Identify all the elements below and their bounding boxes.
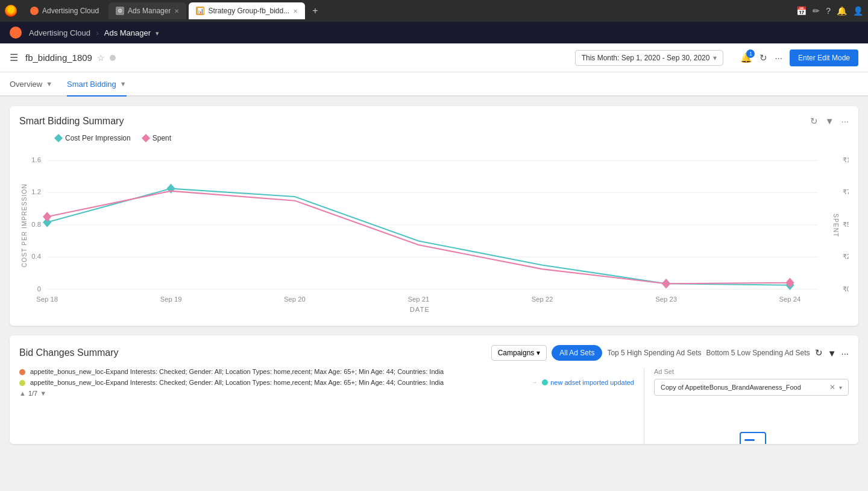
svg-text:₹0: ₹0 <box>843 285 849 293</box>
tab-advertising-cloud[interactable]: Advertising Cloud <box>23 2 106 19</box>
bid-row-2: appetite_bonus_new_loc-Expand Interests:… <box>19 379 634 386</box>
profile-icon[interactable]: 👤 <box>853 6 863 16</box>
prev-page-button[interactable]: ▲ <box>19 390 26 397</box>
browser-logo <box>5 5 17 17</box>
tab-strategy-group[interactable]: 📊 Strategy Group-fb_bidd... ✕ <box>189 2 305 19</box>
svg-text:Sep 23: Sep 23 <box>655 296 677 303</box>
bid-right-panel: Ad Set Copy of AppetiteBonus_BrandAwaren… <box>644 368 849 444</box>
more-options-button[interactable]: ··· <box>775 52 782 63</box>
ad-set-selected-text: Copy of AppetiteBonus_BrandAwareness_Foo… <box>661 384 829 391</box>
card-more-icon[interactable]: ··· <box>841 116 849 127</box>
legend-cpi: Cost Per Impression <box>55 134 131 142</box>
legend-spent-label: Spent <box>153 134 171 142</box>
svg-text:1.6: 1.6 <box>31 156 41 163</box>
help-icon[interactable]: ? <box>826 6 831 16</box>
tab-overview-label: Overview <box>10 80 42 89</box>
toolbar-actions: 🔔 1 ↻ ··· Enter Edit Mode <box>740 49 858 66</box>
date-picker-label: This Month: Sep 1, 2020 - Sep 30, 2020 <box>582 54 710 62</box>
ads-manager-icon: ⚙ <box>116 7 124 15</box>
new-tab-button[interactable]: + <box>307 5 322 16</box>
bid-left-panel: appetite_bonus_new_loc-Expand Interests:… <box>19 368 634 444</box>
page-title-container: fb_bidding_1809 ☆ <box>25 52 568 63</box>
star-icon[interactable]: ☆ <box>97 53 105 63</box>
legend-spent: Spent <box>143 134 171 142</box>
smart-bidding-filter-icon[interactable]: ▼ <box>120 80 127 87</box>
bell-icon-container[interactable]: 🔔 1 <box>740 52 752 63</box>
hamburger-menu[interactable]: ☰ <box>10 52 18 63</box>
next-page-button[interactable]: ▼ <box>40 390 46 397</box>
date-picker[interactable]: This Month: Sep 1, 2020 - Sep 30, 2020 ▾ <box>575 50 724 66</box>
refresh-button[interactable]: ↻ <box>760 52 767 63</box>
notification-badge: 1 <box>746 49 755 58</box>
campaigns-dropdown[interactable]: Campaigns ▾ <box>491 345 547 361</box>
top5-btn[interactable]: Top 5 High Spending Ad Sets <box>607 349 701 357</box>
bid-row-1-icon <box>19 369 25 375</box>
svg-text:1.2: 1.2 <box>31 188 41 195</box>
tab-strategy-group-label: Strategy Group-fb_bidd... <box>208 7 289 15</box>
bid-filter-icon[interactable]: ▼ <box>828 348 837 358</box>
chart-svg: 1.6 1.2 0.8 0.4 0 COST PER IMPRESSION ₹1… <box>19 147 849 316</box>
card-filter-icon[interactable]: ▼ <box>825 116 834 127</box>
bid-row-2-icon <box>19 380 25 386</box>
ad-set-label: Ad Set <box>654 368 849 375</box>
card-refresh-icon[interactable]: ↻ <box>810 116 818 127</box>
bid-row-2-new-icon <box>542 379 548 385</box>
date-picker-arrow-icon: ▾ <box>713 54 717 62</box>
pencil-icon[interactable]: ✏ <box>813 6 820 16</box>
svg-text:₹7,500: ₹7,500 <box>843 188 849 195</box>
bid-row-2-arrow: → <box>531 379 537 385</box>
bid-main-content: appetite_bonus_new_loc-Expand Interests:… <box>19 368 849 444</box>
page-title-text: fb_bidding_1809 <box>25 52 92 63</box>
page-info: 1/7 <box>28 390 37 397</box>
bid-more-icon[interactable]: ··· <box>841 348 849 358</box>
ad-set-chevron-icon[interactable]: ▾ <box>839 384 842 391</box>
bid-row-2-text: appetite_bonus_new_loc-Expand Interests:… <box>30 379 526 386</box>
ad-set-clear-icon[interactable]: ✕ <box>829 383 835 391</box>
tab-smart-bidding[interactable]: Smart Bidding ▼ <box>67 72 127 97</box>
ad-set-selector[interactable]: Copy of AppetiteBonus_BrandAwareness_Foo… <box>654 379 849 396</box>
svg-text:Sep 22: Sep 22 <box>532 296 553 303</box>
bid-header-actions: Campaigns ▾ All Ad Sets Top 5 High Spend… <box>491 345 849 361</box>
svg-text:SPENT: SPENT <box>832 214 839 237</box>
app-title-sep: › <box>96 28 99 37</box>
svg-text:₹5,000: ₹5,000 <box>843 221 849 228</box>
main-toolbar: ☰ fb_bidding_1809 ☆ This Month: Sep 1, 2… <box>0 43 868 72</box>
tab-strategy-group-close[interactable]: ✕ <box>293 8 298 14</box>
card-header: Smart Bidding Summary ↻ ▼ ··· <box>19 116 849 127</box>
browser-bar: Advertising Cloud ⚙ Ads Manager ✕ 📊 Stra… <box>0 0 868 22</box>
svg-text:0.4: 0.4 <box>31 253 41 260</box>
svg-marker-30 <box>662 279 670 288</box>
svg-text:Sep 21: Sep 21 <box>407 296 429 303</box>
all-ad-sets-btn[interactable]: All Ad Sets <box>552 345 602 361</box>
tab-ads-manager-close[interactable]: ✕ <box>174 8 179 14</box>
status-dot <box>110 55 116 61</box>
navigation-tabs: Overview ▼ Smart Bidding ▼ <box>0 72 868 97</box>
card-actions: ↻ ▼ ··· <box>810 116 849 127</box>
campaigns-label: Campaigns <box>498 349 535 357</box>
overview-filter-icon[interactable]: ▼ <box>46 80 52 87</box>
svg-text:Sep 24: Sep 24 <box>779 296 801 303</box>
svg-text:COST PER IMPRESSION: COST PER IMPRESSION <box>21 183 28 267</box>
bottom5-btn[interactable]: Bottom 5 Low Spending Ad Sets <box>706 349 810 357</box>
svg-marker-29 <box>43 212 51 221</box>
bid-refresh-icon[interactable]: ↻ <box>815 347 823 358</box>
bid-row-2-new-text: new adset imported updated <box>550 379 634 386</box>
tab-overview[interactable]: Overview ▼ <box>10 72 52 97</box>
pagination: ▲ 1/7 ▼ <box>19 390 634 397</box>
svg-text:Sep 20: Sep 20 <box>284 296 306 303</box>
legend-spent-icon <box>142 134 150 142</box>
svg-text:₹2,500: ₹2,500 <box>843 253 849 260</box>
campaigns-arrow: ▾ <box>536 349 540 357</box>
bid-card-header: Bid Changes Summary Campaigns ▾ All Ad S… <box>19 345 849 361</box>
advertising-cloud-title: Advertising Cloud › Ads Manager ▾ <box>29 28 159 37</box>
strategy-group-icon: 📊 <box>196 7 204 15</box>
svg-text:₹10,000: ₹10,000 <box>843 156 849 163</box>
browser-actions: 📅 ✏ ? 🔔 👤 <box>796 6 863 16</box>
app-dropdown-arrow: ▾ <box>156 30 159 37</box>
notification-icon[interactable]: 🔔 <box>837 6 847 16</box>
tab-ads-manager[interactable]: ⚙ Ads Manager ✕ <box>108 2 186 19</box>
svg-text:0.8: 0.8 <box>31 221 41 228</box>
calendar-icon[interactable]: 📅 <box>796 6 807 16</box>
enter-edit-mode-button[interactable]: Enter Edit Mode <box>790 49 858 66</box>
app-section-text: Ads Manager <box>104 28 151 37</box>
